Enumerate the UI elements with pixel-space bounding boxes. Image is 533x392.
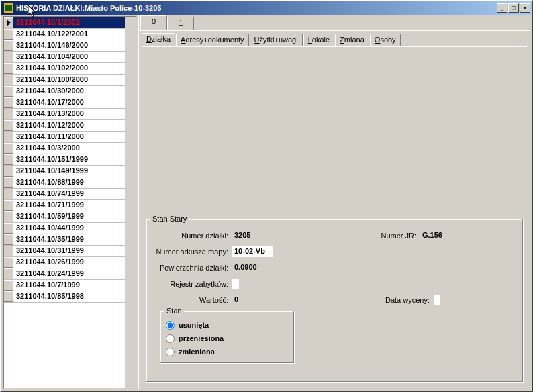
row-indicator	[4, 52, 13, 62]
table-row[interactable]: 3211044.10/104/2000	[4, 52, 136, 63]
row-cell[interactable]: 3211044.10/24/1999	[13, 268, 136, 279]
table-row[interactable]: 3211044.10/17/2000	[4, 97, 136, 109]
table-row[interactable]: 3211044.10/71/1999	[4, 200, 136, 211]
inner-tab-adresy+dokumenty[interactable]: Adresy+dokumenty	[176, 34, 248, 46]
stan-stary-group: Stan Stary Numer działki: 3205 Numer JR:…	[146, 219, 523, 382]
table-row[interactable]: 3211044.10/35/1999	[4, 234, 136, 246]
numer-jr-label: Numer JR:	[373, 232, 420, 240]
stan-radio-zmieniona[interactable]	[166, 348, 175, 356]
table-row[interactable]: 3211044.10/26/1999	[4, 257, 136, 268]
numer-dzialki-value: 3205	[232, 230, 273, 241]
inner-tab-osoby[interactable]: Osoby	[370, 34, 401, 46]
row-indicator	[4, 246, 13, 256]
table-row[interactable]: 3211044.10/149/1999	[4, 166, 136, 177]
maximize-button[interactable]: □	[508, 3, 519, 13]
table-row[interactable]: 3211044.10/13/2000	[4, 109, 136, 120]
inner-tab-zmiana[interactable]: Zmiana	[335, 34, 369, 46]
row-cell[interactable]: 3211044.10/17/2000	[13, 97, 136, 108]
row-cell[interactable]: 3211044.10/151/1999	[13, 154, 136, 165]
table-row[interactable]: 3211044.10/85/1998	[4, 291, 136, 303]
numer-arkusza-label: Numer arkusza mapy:	[152, 248, 232, 256]
row-indicator	[4, 189, 13, 199]
window: HISTORIA DZIAŁKI:Miasto Police-10-3205 _…	[0, 0, 533, 392]
table-row[interactable]: 3211044.10/30/2000	[4, 86, 136, 97]
row-cell[interactable]: 3211044.10/30/2000	[13, 86, 136, 97]
inner-tabs: DziałkaAdresy+dokumentyUżytki+uwagiLokal…	[142, 34, 527, 47]
row-indicator	[4, 166, 13, 177]
row-indicator	[4, 40, 13, 51]
svg-rect-1	[5, 5, 12, 11]
titlebar: HISTORIA DZIAŁKI:Miasto Police-10-3205 _…	[1, 1, 532, 15]
row-cell[interactable]: 3211044.10/35/1999	[13, 234, 136, 245]
outer-tabs: 01	[139, 15, 530, 30]
table-row[interactable]: 3211044.10/44/1999	[4, 223, 136, 234]
row-cell[interactable]: 3211044.10/13/2000	[13, 109, 136, 119]
row-cell[interactable]: 3211044.10/74/1999	[13, 189, 136, 199]
stan-title: Stan	[164, 307, 184, 315]
table-row[interactable]: 3211044.10/122/2001	[4, 29, 136, 40]
row-indicator	[4, 120, 13, 131]
row-cell[interactable]: 3211044.10/3/2000	[13, 143, 136, 154]
table-row[interactable]: 3211044.10/31/1999	[4, 246, 136, 257]
row-indicator	[4, 86, 13, 97]
details-pane: 01 DziałkaAdresy+dokumentyUżytki+uwagiLo…	[138, 15, 530, 389]
table-row[interactable]: 3211044.10/12/2000	[4, 120, 136, 132]
row-cell[interactable]: 3211044.10/11/2000	[13, 132, 136, 142]
rejestr-value	[232, 279, 239, 289]
data-wyceny-label: Data wyceny:	[373, 296, 434, 304]
minimize-button[interactable]: _	[497, 3, 507, 13]
table-row[interactable]: 3211044.10/24/1999	[4, 268, 136, 280]
row-indicator	[4, 291, 13, 302]
numer-arkusza-value: 10-02-Vb	[232, 246, 273, 257]
row-indicator	[4, 109, 13, 119]
row-cell[interactable]: 3211044.10/31/1999	[13, 246, 136, 256]
table-row[interactable]: 3211044.10/146/2000	[4, 40, 136, 52]
table-row[interactable]: 3211044.10/59/1999	[4, 211, 136, 223]
close-button[interactable]: ×	[520, 3, 530, 13]
row-cell[interactable]: 3211044.10/122/2001	[13, 29, 136, 40]
table-row[interactable]: 3211044.10/74/1999	[4, 189, 136, 200]
row-indicator	[4, 200, 13, 211]
table-row[interactable]: 3211044.10/1/2002	[4, 17, 136, 29]
row-indicator	[4, 132, 13, 142]
inner-tab-działka[interactable]: Działka	[142, 33, 175, 46]
row-cell[interactable]: 3211044.10/100/2000	[13, 75, 136, 85]
numer-jr-value: G.156	[420, 230, 461, 241]
row-cell[interactable]: 3211044.10/1/2002	[13, 17, 136, 28]
outer-tab-0[interactable]: 0	[140, 15, 167, 30]
table-row[interactable]: 3211044.10/151/1999	[4, 154, 136, 166]
table-row[interactable]: 3211044.10/100/2000	[4, 75, 136, 86]
stan-stary-title: Stan Stary	[150, 215, 189, 223]
row-indicator	[4, 211, 13, 222]
row-cell[interactable]: 3211044.10/88/1999	[13, 177, 136, 188]
table-row[interactable]: 3211044.10/7/1999	[4, 280, 136, 291]
row-cell[interactable]: 3211044.10/26/1999	[13, 257, 136, 268]
stan-radio-usunięta[interactable]	[166, 321, 175, 330]
stan-group: Stan usuniętaprzeniesionazmieniona	[160, 311, 294, 363]
table-row[interactable]: 3211044.10/88/1999	[4, 177, 136, 189]
row-cell[interactable]: 3211044.10/44/1999	[13, 223, 136, 234]
row-indicator	[4, 17, 13, 28]
row-cell[interactable]: 3211044.10/71/1999	[13, 200, 136, 211]
row-cell[interactable]: 3211044.10/59/1999	[13, 211, 136, 222]
stan-radio-przeniesiona[interactable]	[166, 334, 175, 343]
wartosc-label: Wartość:	[152, 296, 232, 304]
vertical-scrollbar[interactable]	[125, 17, 136, 388]
row-indicator	[4, 257, 13, 268]
row-indicator	[4, 75, 13, 85]
table-row[interactable]: 3211044.10/3/2000	[4, 143, 136, 154]
row-cell[interactable]: 3211044.10/102/2000	[13, 63, 136, 74]
row-cell[interactable]: 3211044.10/12/2000	[13, 120, 136, 131]
inner-tab-lokale[interactable]: Lokale	[303, 34, 334, 46]
row-cell[interactable]: 3211044.10/85/1998	[13, 291, 136, 302]
row-cell[interactable]: 3211044.10/149/1999	[13, 166, 136, 177]
outer-tab-1[interactable]: 1	[167, 17, 194, 30]
rejestr-label: Rejestr zabytków:	[152, 280, 232, 288]
table-row[interactable]: 3211044.10/102/2000	[4, 63, 136, 75]
inner-tab-użytki+uwagi[interactable]: Użytki+uwagi	[250, 34, 303, 46]
history-grid[interactable]: 3211044.10/1/20023211044.10/122/20013211…	[3, 16, 137, 389]
table-row[interactable]: 3211044.10/11/2000	[4, 132, 136, 143]
row-cell[interactable]: 3211044.10/7/1999	[13, 280, 136, 291]
row-cell[interactable]: 3211044.10/146/2000	[13, 40, 136, 51]
row-cell[interactable]: 3211044.10/104/2000	[13, 52, 136, 62]
